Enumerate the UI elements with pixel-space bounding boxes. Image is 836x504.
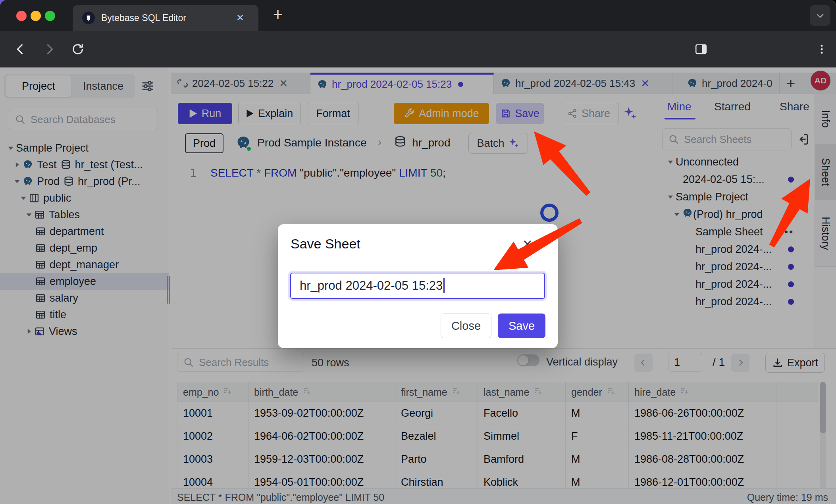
text-caret [443,278,445,293]
dialog-divider [290,261,545,261]
tab-search-chevron-icon[interactable] [810,5,830,26]
forward-icon[interactable] [40,40,58,58]
save-sheet-dialog: Save Sheet ✕ hr_prod 2024-02-05 15:23 Cl… [278,224,558,348]
dialog-close-icon[interactable]: ✕ [521,238,534,251]
dialog-save-button[interactable]: Save [498,314,545,338]
traffic-light-close[interactable] [16,11,27,21]
browser-tab-close-icon[interactable]: ✕ [235,12,246,23]
back-icon[interactable] [12,40,29,58]
dialog-title: Save Sheet [291,236,360,252]
browser-menu-kebab-icon[interactable] [813,40,830,58]
browser-tab-title: Bytebase SQL Editor [101,13,186,23]
sheet-name-value: hr_prod 2024-02-05 15:23 [300,279,443,293]
browser-tabstrip: Bytebase SQL Editor ✕ + [0,0,836,31]
reload-icon[interactable] [69,40,87,58]
browser-window: Bytebase SQL Editor ✕ + loc [0,0,836,504]
screenshot-stage: Bytebase SQL Editor ✕ + loc [0,0,836,504]
traffic-light-minimize[interactable] [31,11,41,21]
bytebase-favicon-icon [82,12,95,24]
side-panel-icon[interactable] [692,40,710,58]
dialog-close-button[interactable]: Close [441,314,491,338]
sheet-name-input[interactable]: hr_prod 2024-02-05 15:23 [290,273,545,299]
new-tab-button[interactable]: + [268,6,287,25]
browser-toolbar: localhost:8080/sql-editor/prod-sample-in… [0,31,836,67]
traffic-light-maximize[interactable] [45,11,55,21]
browser-tab[interactable]: Bytebase SQL Editor ✕ [73,5,258,31]
